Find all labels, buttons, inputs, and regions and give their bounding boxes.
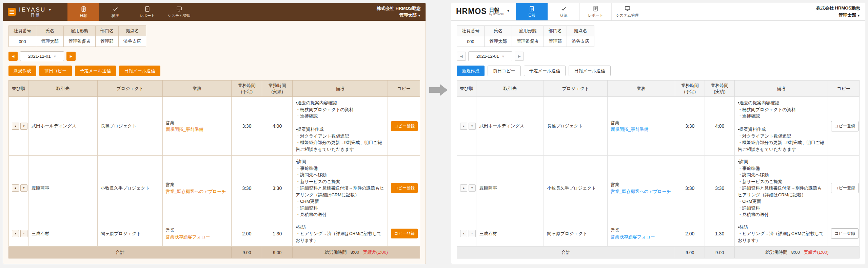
employee-col-header: 部門名 <box>96 26 119 36</box>
tab-report[interactable]: レポート <box>579 3 611 20</box>
schedule-mail-button[interactable]: 予定メール送信 <box>524 66 566 76</box>
date-select[interactable]: 2021-12-01 ∨ <box>20 51 64 61</box>
date-navigation: ◀ 2021-12-01 ∨ ▶ <box>457 51 860 61</box>
move-down-button[interactable]: ▼ <box>20 230 27 237</box>
document-icon <box>144 6 151 12</box>
user-menu[interactable]: 管理太郎▼ <box>399 12 421 19</box>
client-cell: 豊臣商事 <box>28 156 98 221</box>
move-up-button[interactable]: ▲ <box>12 230 19 237</box>
chevron-down-icon: ∨ <box>502 55 504 58</box>
copy-register-button[interactable]: コピー登録 <box>831 183 859 193</box>
daily-report-table: 並び順 取引先 プロジェクト 業務 業務時間 (予定) 業務時間 (実績) 備考… <box>457 80 860 258</box>
tab-label: 状況 <box>112 13 119 18</box>
task-category: 営業 <box>611 181 672 188</box>
sort-cell: ▲ ▼ <box>457 156 476 221</box>
next-day-button[interactable]: ▶ <box>515 52 524 61</box>
tab-label: レポート <box>588 13 603 18</box>
employment-type: 管理監督者 <box>512 36 544 47</box>
copy-cell: コピー登録 <box>388 221 420 247</box>
move-down-button[interactable]: ▼ <box>469 184 476 192</box>
employment-type: 管理監督者 <box>64 36 96 47</box>
tab-status[interactable]: 状況 <box>99 3 131 21</box>
hrmos-brand-menu[interactable]: HRMOS 日報 by IEYASU ▼ <box>451 3 516 20</box>
sort-cell: ▲ ▼ <box>9 221 28 247</box>
col-header-remarks: 備考 <box>734 81 828 97</box>
move-up-button[interactable]: ▲ <box>460 230 467 237</box>
brand-name: IEYASU <box>19 6 46 13</box>
tab-system-admin[interactable]: システム管理 <box>163 3 195 21</box>
new-report-button[interactable]: 新規作成 <box>8 66 36 76</box>
schedule-mail-button[interactable]: 予定メール送信 <box>75 66 116 76</box>
task-link[interactable]: 営業_既存顧客へのアプローチ <box>611 188 671 195</box>
employee-info-table: 社員番号 氏名 雇用形態 部門名 拠点名 000 管理太郎 管理監督者 管理部 … <box>8 25 146 47</box>
date-select[interactable]: 2021-12-01 ∨ <box>468 51 512 61</box>
copy-cell: コピー登録 <box>828 221 860 247</box>
monitor-icon <box>176 6 182 12</box>
report-mail-button[interactable]: 日報メール送信 <box>119 66 160 76</box>
sort-cell: ▲ ▼ <box>457 97 476 156</box>
client-cell: 豊臣商事 <box>476 156 544 221</box>
col-header-project: プロジェクト <box>98 81 163 97</box>
brand-product: 日報 <box>489 7 504 13</box>
move-down-button[interactable]: ▼ <box>469 123 476 130</box>
task-link[interactable]: 営業既存顧客フォロー <box>611 234 655 240</box>
copy-register-button[interactable]: コピー登録 <box>831 121 859 131</box>
move-up-button[interactable]: ▲ <box>12 184 19 192</box>
move-up-button[interactable]: ▲ <box>460 184 467 192</box>
task-link[interactable]: 新規開拓_事前準備 <box>166 126 203 133</box>
office-name: 渋谷支店 <box>567 36 594 47</box>
move-down-button[interactable]: ▼ <box>20 184 27 192</box>
prev-day-button[interactable]: ◀ <box>457 52 466 61</box>
brand-byline: by IEYASU <box>489 13 504 16</box>
tab-report[interactable]: レポート <box>131 3 163 21</box>
new-report-button[interactable]: 新規作成 <box>457 66 485 76</box>
tab-status[interactable]: 状況 <box>548 3 579 20</box>
task-link[interactable]: 営業_既存顧客へのアプローチ <box>166 188 226 195</box>
ieyasu-panel: IEYASU ▼ 日報 日報 状況 レポート <box>3 3 426 264</box>
employee-name: 管理太郎 <box>36 36 64 47</box>
tab-daily-report[interactable]: 日報 <box>516 3 548 20</box>
date-navigation: ◀ 2021-12-01 ∨ ▶ <box>8 51 420 61</box>
total-work-time-label: 総労働時間 <box>765 250 787 255</box>
plan-time-cell: 3:30 <box>675 97 705 156</box>
copy-register-button[interactable]: コピー登録 <box>391 121 418 131</box>
project-cell: 長篠プロジェクト <box>98 97 163 156</box>
prev-day-button[interactable]: ◀ <box>8 52 18 61</box>
copy-previous-day-button[interactable]: 前日コピー <box>39 66 72 76</box>
employee-name: 管理太郎 <box>485 36 512 47</box>
copy-previous-day-button[interactable]: 前日コピー <box>488 66 521 76</box>
tab-daily-report[interactable]: 日報 <box>67 3 99 21</box>
actual-time-cell: 4:00 <box>705 97 735 156</box>
col-header-plan-time: 業務時間 (予定) <box>675 81 705 97</box>
main-nav: 日報 状況 レポート システム管理 <box>516 3 643 20</box>
sort-cell: ▲ ▼ <box>457 221 476 247</box>
move-down-button[interactable]: ▼ <box>20 123 27 130</box>
tab-label: 状況 <box>560 13 568 18</box>
task-link[interactable]: 新規開拓_事前準備 <box>611 126 648 133</box>
move-up-button[interactable]: ▲ <box>460 123 467 130</box>
clipboard-icon <box>80 6 87 12</box>
copy-register-button[interactable]: コピー登録 <box>391 229 418 238</box>
plan-time-cell: 3:30 <box>232 156 262 221</box>
move-up-button[interactable]: ▲ <box>12 123 19 130</box>
task-link[interactable]: 営業既存顧客フォロー <box>166 234 210 240</box>
clipboard-icon <box>529 5 535 12</box>
chevron-down-icon: ▼ <box>857 14 860 17</box>
move-down-button[interactable]: ▼ <box>469 230 476 237</box>
employee-col-header: 拠点名 <box>567 26 594 36</box>
ieyasu-brand-menu[interactable]: IEYASU ▼ 日報 <box>3 3 67 21</box>
task-cell: 営業 営業_既存顧客へのアプローチ <box>162 156 232 221</box>
actual-diff: 実績差(1:00) <box>363 250 388 255</box>
actual-time-cell: 4:00 <box>262 97 293 156</box>
employee-col-header: 部門名 <box>544 26 567 36</box>
total-plan-time: 9:00 <box>675 247 705 258</box>
report-mail-button[interactable]: 日報メール送信 <box>569 66 611 76</box>
total-row: 合計 9:00 9:00 総労働時間 8:00 実績差(1:00) <box>9 247 420 258</box>
tab-system-admin[interactable]: システム管理 <box>611 3 643 20</box>
copy-register-button[interactable]: コピー登録 <box>831 228 859 239</box>
user-menu[interactable]: 管理太郎▼ <box>839 12 860 19</box>
task-cell: 営業 営業既存顧客フォロー <box>607 221 675 247</box>
sort-cell: ▲ ▼ <box>9 156 28 221</box>
next-day-button[interactable]: ▶ <box>66 52 76 61</box>
copy-register-button[interactable]: コピー登録 <box>391 183 418 193</box>
